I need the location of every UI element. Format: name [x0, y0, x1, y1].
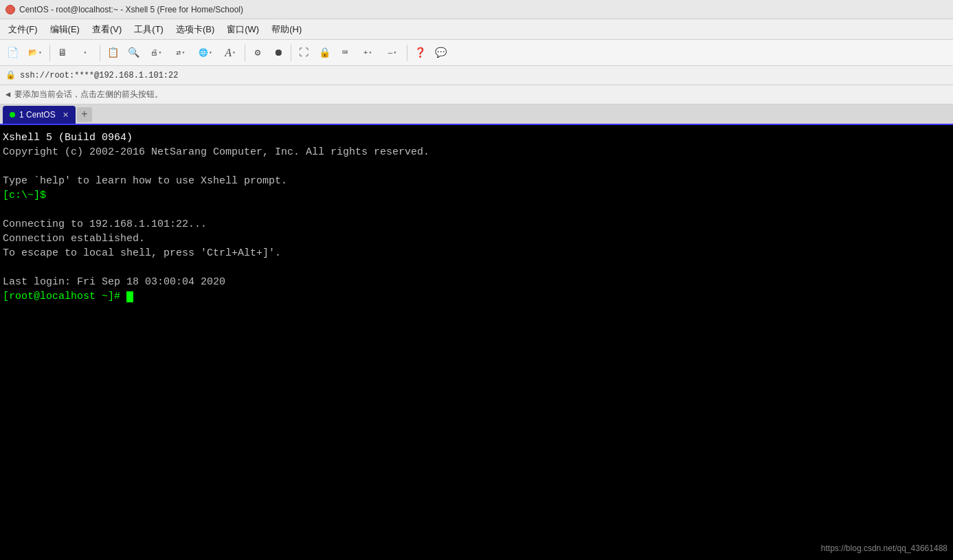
menu-tabs[interactable]: 选项卡(B): [170, 21, 220, 38]
terminal[interactable]: Xshell 5 (Build 0964) Copyright (c) 2002…: [0, 125, 953, 560]
fullscreen-button[interactable]: ⛶: [294, 43, 313, 63]
find-button[interactable]: 🔍: [124, 43, 143, 63]
toolbar-sep-3: [245, 45, 245, 61]
session-dropdown[interactable]: +▾: [356, 43, 379, 63]
new-tab-button[interactable]: +: [77, 107, 92, 122]
lock-icon: 🔒: [5, 70, 16, 80]
encoding-dropdown[interactable]: 🌐▾: [194, 43, 217, 63]
arrow-left-icon: ◀: [5, 89, 10, 100]
terminal-line-4: Type `help' to learn how to use Xshell p…: [3, 174, 950, 188]
terminal-line-10: [3, 260, 950, 275]
address-bar: 🔒 ssh://root:****@192.168.1.101:22: [0, 66, 953, 85]
terminal-line-8: Connection established.: [3, 232, 950, 246]
toolbar: 📄 📂▾ 🖥 ▾ 📋 🔍 🖨▾ ⇄▾ 🌐▾ A▾ ⚙ ⏺ ⛶ 🔒 ⌨ +▾ —▾…: [0, 40, 953, 66]
terminal-line-2: Copyright (c) 2002-2016 NetSarang Comput…: [3, 145, 950, 159]
help-button[interactable]: ❓: [410, 43, 429, 63]
watermark: https://blog.csdn.net/qq_43661488: [821, 543, 948, 555]
open-dropdown[interactable]: 📂▾: [23, 43, 47, 63]
title-bar: CentOS - root@localhost:~ - Xshell 5 (Fr…: [0, 0, 953, 19]
lock-button[interactable]: 🔒: [315, 43, 334, 63]
terminal-line-1: Xshell 5 (Build 0964): [3, 131, 950, 145]
connect-dropdown[interactable]: ▾: [74, 43, 97, 63]
copy-button[interactable]: 📋: [103, 43, 122, 63]
menu-edit[interactable]: 编辑(E): [45, 21, 85, 38]
toolbar-sep-1: [49, 45, 50, 61]
toolbar-sep-2: [100, 45, 100, 61]
new-session-button[interactable]: 📄: [3, 43, 22, 63]
menu-view[interactable]: 查看(V): [87, 21, 127, 38]
terminal-line-3: [3, 159, 950, 174]
toolbar-sep-5: [407, 45, 407, 61]
terminal-cursor: [126, 291, 133, 302]
font-dropdown[interactable]: A▾: [218, 43, 242, 63]
print-dropdown[interactable]: 🖨▾: [144, 43, 168, 63]
menu-help[interactable]: 帮助(H): [266, 21, 307, 38]
transfer-dropdown[interactable]: ⇄▾: [169, 43, 192, 63]
terminal-line-7: Connecting to 192.168.1.101:22...: [3, 217, 950, 232]
chat-button[interactable]: 💬: [431, 43, 450, 63]
script-button[interactable]: ⚙: [248, 43, 267, 63]
menu-window[interactable]: 窗口(W): [221, 21, 265, 38]
hint-bar: ◀ 要添加当前会话，点击左侧的箭头按钮。: [0, 85, 953, 104]
tab-centos[interactable]: 1 CentOS ✕: [3, 106, 76, 124]
window-title: CentOS - root@localhost:~ - Xshell 5 (Fr…: [19, 5, 243, 14]
terminal-line-11: Last login: Fri Sep 18 03:00:04 2020: [3, 275, 950, 289]
toolbar-sep-4: [291, 45, 291, 61]
connect-button[interactable]: 🖥: [53, 43, 72, 63]
menu-tools[interactable]: 工具(T): [128, 21, 169, 38]
close-button[interactable]: [5, 5, 15, 14]
tab-label: 1 CentOS: [19, 110, 56, 120]
keyboard-button[interactable]: ⌨: [335, 43, 355, 63]
terminal-line-9: To escape to local shell, press 'Ctrl+Al…: [3, 246, 950, 260]
terminal-line-6: [3, 203, 950, 217]
terminal-prompt-line: [root@localhost ~]#: [3, 289, 950, 304]
tab-bar: 1 CentOS ✕ +: [0, 104, 953, 125]
menu-file[interactable]: 文件(F): [3, 21, 43, 38]
menu-bar: 文件(F) 编辑(E) 查看(V) 工具(T) 选项卡(B) 窗口(W) 帮助(…: [0, 19, 953, 40]
tab-status-dot: [10, 112, 15, 117]
session-address: ssh://root:****@192.168.1.101:22: [20, 71, 178, 80]
hint-text: 要添加当前会话，点击左侧的箭头按钮。: [14, 89, 163, 100]
terminal-line-5: [c:\~]$: [3, 188, 950, 203]
compose-dropdown[interactable]: —▾: [381, 43, 404, 63]
tab-close-button[interactable]: ✕: [63, 111, 69, 120]
record-button[interactable]: ⏺: [269, 43, 288, 63]
